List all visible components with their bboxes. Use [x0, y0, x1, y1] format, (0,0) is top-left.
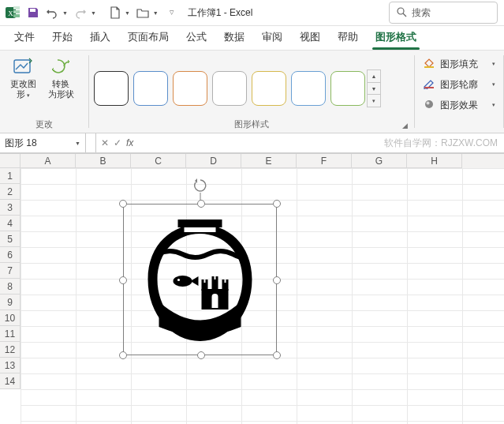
resize-handle[interactable] — [119, 200, 127, 208]
row-headers: 1 2 3 4 5 6 7 8 9 10 11 12 13 14 — [0, 168, 21, 389]
window-title: 工作簿1 - Excel — [188, 6, 253, 20]
resize-handle[interactable] — [119, 276, 127, 284]
svg-rect-23 — [222, 283, 229, 291]
svg-rect-25 — [206, 280, 208, 283]
name-box[interactable]: 图形 18 ▼ — [0, 133, 86, 152]
shape-fill-button[interactable]: 图形填充 ▾ — [420, 54, 498, 74]
gallery-down-icon[interactable]: ▼ — [368, 83, 380, 96]
col-header[interactable]: B — [76, 154, 131, 168]
row-header[interactable]: 9 — [0, 295, 21, 310]
row-header[interactable]: 3 — [0, 200, 21, 216]
svg-line-6 — [403, 13, 406, 17]
resize-handle[interactable] — [197, 200, 205, 208]
tab-review[interactable]: 审阅 — [254, 25, 290, 50]
style-preset-7[interactable] — [330, 71, 365, 106]
col-header[interactable]: A — [21, 154, 76, 168]
fx-icon[interactable]: fx — [126, 137, 133, 148]
undo-dropdown-icon[interactable]: ▼ — [62, 10, 68, 16]
style-preset-2[interactable] — [133, 71, 168, 106]
row-header[interactable]: 13 — [0, 358, 21, 373]
style-preset-6[interactable] — [291, 71, 326, 106]
redo-dropdown-icon[interactable]: ▼ — [91, 10, 96, 16]
row-header[interactable]: 11 — [0, 326, 21, 342]
col-header[interactable]: C — [131, 154, 186, 168]
convert-to-shape-label: 转换 为形状 — [48, 79, 74, 99]
svg-rect-26 — [212, 276, 215, 280]
cell-area[interactable] — [21, 168, 504, 424]
svg-rect-9 — [424, 87, 434, 88]
svg-point-11 — [427, 101, 430, 104]
tab-view[interactable]: 视图 — [292, 25, 328, 50]
col-header[interactable]: E — [241, 154, 297, 168]
change-graphic-button[interactable]: 更改图 形▾ — [5, 54, 41, 100]
resize-handle[interactable] — [273, 200, 281, 208]
resize-handle[interactable] — [273, 276, 281, 284]
qat-customize-icon[interactable]: ▽ — [170, 9, 174, 16]
open-dropdown-icon[interactable]: ▼ — [153, 10, 159, 16]
search-placeholder: 搜索 — [412, 6, 431, 20]
tab-insert[interactable]: 插入 — [82, 25, 118, 50]
svg-rect-3 — [13, 10, 20, 13]
row-header[interactable]: 2 — [0, 184, 21, 200]
convert-to-shape-button[interactable]: 转换 为形状 — [43, 54, 79, 99]
new-file-icon[interactable] — [110, 6, 121, 19]
selected-shape[interactable] — [123, 204, 277, 355]
paint-bucket-icon — [423, 58, 435, 71]
redo-icon[interactable] — [74, 6, 87, 19]
style-preset-5[interactable] — [252, 71, 286, 106]
style-group-label: 图形样式 — [234, 119, 269, 129]
search-box[interactable]: 搜索 — [389, 2, 498, 24]
row-header[interactable]: 8 — [0, 279, 21, 295]
svg-rect-21 — [202, 283, 208, 291]
formula-cancel-icon[interactable]: ✕ — [101, 137, 109, 148]
undo-icon[interactable] — [46, 6, 58, 19]
svg-rect-30 — [212, 297, 218, 308]
col-header[interactable]: G — [352, 154, 407, 168]
svg-rect-28 — [222, 280, 225, 283]
ribbon-tabs: 文件 开始 插入 页面布局 公式 数据 审阅 视图 帮助 图形格式 — [0, 26, 504, 50]
tab-help[interactable]: 帮助 — [330, 25, 366, 50]
tab-file[interactable]: 文件 — [6, 25, 43, 50]
svg-rect-27 — [216, 276, 218, 280]
style-preset-3[interactable] — [173, 71, 207, 106]
row-header[interactable]: 14 — [0, 373, 21, 389]
name-box-value: 图形 18 — [5, 137, 37, 150]
gallery-more-icon[interactable]: ▾ — [368, 95, 380, 107]
shape-effects-button[interactable]: 图形效果 ▾ — [420, 95, 498, 115]
resize-handle[interactable] — [119, 351, 127, 359]
style-preset-4[interactable] — [212, 71, 247, 106]
resize-handle[interactable] — [197, 351, 205, 359]
tab-home[interactable]: 开始 — [44, 25, 80, 50]
fishbowl-graphic[interactable] — [128, 208, 272, 351]
row-header[interactable]: 7 — [0, 263, 21, 279]
style-preset-1[interactable] — [94, 71, 129, 106]
col-header[interactable]: D — [186, 154, 241, 168]
svg-point-10 — [425, 100, 433, 108]
row-header[interactable]: 4 — [0, 216, 21, 231]
tab-data[interactable]: 数据 — [216, 25, 252, 50]
tab-shapeformat[interactable]: 图形格式 — [368, 25, 424, 50]
tab-formulas[interactable]: 公式 — [178, 25, 215, 50]
row-header[interactable]: 12 — [0, 342, 21, 358]
col-header[interactable]: H — [407, 154, 462, 168]
col-header[interactable]: F — [297, 154, 352, 168]
row-header[interactable]: 5 — [0, 231, 21, 247]
style-group-launcher-icon[interactable]: ◢ — [402, 122, 408, 129]
formula-accept-icon[interactable]: ✓ — [114, 137, 121, 148]
rotate-handle-icon[interactable] — [193, 178, 207, 193]
name-box-dropdown-icon[interactable]: ▼ — [75, 141, 80, 146]
row-header[interactable]: 6 — [0, 247, 21, 263]
select-all-cells[interactable] — [0, 154, 21, 168]
row-header[interactable]: 10 — [0, 310, 21, 326]
row-header[interactable]: 1 — [0, 168, 21, 184]
tab-pagelayout[interactable]: 页面布局 — [120, 25, 177, 50]
save-icon[interactable] — [27, 6, 39, 19]
shape-outline-button[interactable]: 图形轮廓 ▾ — [420, 74, 498, 95]
svg-point-5 — [398, 8, 404, 14]
gallery-up-icon[interactable]: ▲ — [368, 70, 380, 83]
shape-outline-label: 图形轮廓 — [440, 78, 478, 92]
resize-handle[interactable] — [273, 351, 281, 359]
open-folder-icon[interactable] — [136, 7, 149, 18]
new-dropdown-icon[interactable]: ▼ — [125, 10, 130, 16]
change-graphic-label: 更改图 形 — [10, 79, 36, 99]
